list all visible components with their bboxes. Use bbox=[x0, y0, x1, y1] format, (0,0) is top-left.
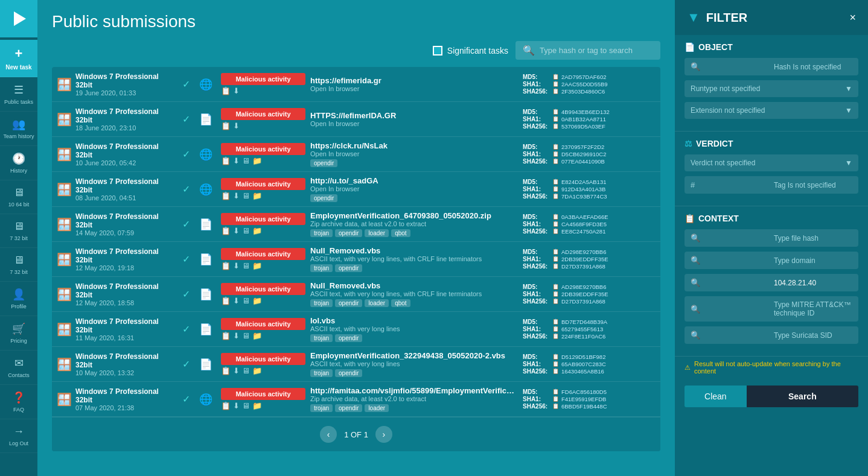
hash-input-row[interactable]: 🔍 Hash Is not specified bbox=[685, 58, 858, 75]
action-icon-3[interactable]: 🖥 bbox=[242, 331, 250, 340]
file-tag[interactable]: trojan bbox=[310, 264, 333, 272]
action-icon-2[interactable]: ⬇ bbox=[233, 226, 240, 235]
table-row[interactable]: 🪟 Windows 7 Professional 32bit 10 May 20… bbox=[52, 347, 660, 382]
copy-md5-icon[interactable]: 📋 bbox=[552, 284, 559, 290]
action-icon-2[interactable]: ⬇ bbox=[233, 156, 240, 165]
copy-md5-icon[interactable]: 📋 bbox=[552, 144, 559, 150]
copy-md5-icon[interactable]: 📋 bbox=[552, 74, 559, 80]
file-tag[interactable]: opendir bbox=[310, 159, 337, 167]
action-icon-4[interactable]: 📁 bbox=[252, 366, 262, 375]
copy-sha256-icon[interactable]: 📋 bbox=[552, 403, 559, 409]
runtype-dropdown[interactable]: Runtype not specified ▼ bbox=[685, 80, 858, 97]
action-icon-3[interactable]: 🖥 bbox=[242, 296, 250, 305]
action-icon-2[interactable]: ⬇ bbox=[233, 331, 240, 340]
action-icon-1[interactable]: 📋 bbox=[221, 296, 231, 305]
action-icon-1[interactable]: 📋 bbox=[221, 261, 231, 270]
file-tag[interactable]: trojan bbox=[310, 334, 333, 342]
sidebar-item-contacts[interactable]: ✉ Contacts bbox=[0, 351, 37, 385]
copy-sha1-icon[interactable]: 📋 bbox=[552, 221, 559, 227]
verdict-dropdown[interactable]: Verdict not specified ▼ bbox=[685, 154, 858, 171]
filter-close-button[interactable]: × bbox=[849, 11, 856, 24]
action-icon-4[interactable]: 📁 bbox=[252, 296, 262, 305]
file-tag[interactable]: opendir bbox=[335, 404, 362, 412]
file-tag[interactable]: qbot bbox=[391, 299, 410, 307]
action-icon-1[interactable]: 📋 bbox=[221, 191, 231, 200]
action-icon-4[interactable]: 📁 bbox=[252, 261, 262, 270]
table-row[interactable]: 🪟 Windows 7 Professional 32bit 11 May 20… bbox=[52, 312, 660, 347]
copy-sha1-icon[interactable]: 📋 bbox=[552, 396, 559, 402]
app-logo[interactable] bbox=[0, 0, 37, 37]
sidebar-item-10-64bit[interactable]: 🖥 10 64 bit bbox=[0, 180, 37, 214]
file-tag[interactable]: trojan bbox=[310, 299, 333, 307]
table-row[interactable]: 🪟 Windows 7 Professional 32bit 18 June 2… bbox=[52, 102, 660, 137]
filter-search-button[interactable]: Search bbox=[747, 386, 858, 407]
sidebar-item-new-task[interactable]: + New task bbox=[0, 40, 37, 77]
action-icon-4[interactable]: 📁 bbox=[252, 156, 262, 165]
next-page-button[interactable]: › bbox=[375, 426, 392, 443]
sidebar-item-7-32bit-2[interactable]: 🖥 7 32 bit bbox=[0, 248, 37, 282]
sidebar-item-history[interactable]: 🕐 History bbox=[0, 146, 37, 180]
filter-clean-button[interactable]: Clean bbox=[685, 386, 747, 407]
sidebar-item-7-32bit-1[interactable]: 🖥 7 32 bit bbox=[0, 214, 37, 248]
file-tag[interactable]: loader bbox=[365, 299, 389, 307]
table-row[interactable]: 🪟 Windows 7 Professional 32bit 08 June 2… bbox=[52, 172, 660, 207]
file-tag[interactable]: trojan bbox=[310, 369, 333, 377]
action-icon-3[interactable]: 🖥 bbox=[242, 156, 250, 165]
copy-md5-icon[interactable]: 📋 bbox=[552, 354, 559, 360]
copy-sha1-icon[interactable]: 📋 bbox=[552, 291, 559, 297]
search-input[interactable] bbox=[540, 46, 653, 55]
table-row[interactable]: 🪟 Windows 7 Professional 32bit 12 May 20… bbox=[52, 242, 660, 277]
copy-sha1-icon[interactable]: 📋 bbox=[552, 361, 559, 367]
sidebar-item-pricing[interactable]: 🛒 Pricing bbox=[0, 316, 37, 351]
action-icon-2[interactable]: ⬇ bbox=[233, 366, 240, 375]
file-hash-input-row[interactable]: 🔍 Type file hash bbox=[685, 229, 858, 247]
file-tag[interactable]: opendir bbox=[335, 299, 362, 307]
copy-sha1-icon[interactable]: 📋 bbox=[552, 81, 559, 87]
copy-sha256-icon[interactable]: 📋 bbox=[552, 333, 559, 339]
action-icon-4[interactable]: 📁 bbox=[252, 331, 262, 340]
sidebar-item-logout[interactable]: → Log Out bbox=[0, 419, 37, 453]
action-icon-2[interactable]: ⬇ bbox=[233, 86, 240, 95]
action-icon-2[interactable]: ⬇ bbox=[233, 296, 240, 305]
action-icon-1[interactable]: 📋 bbox=[221, 331, 231, 340]
file-tag[interactable]: opendir bbox=[335, 369, 362, 377]
table-row[interactable]: 🪟 Windows 7 Professional 32bit 12 May 20… bbox=[52, 277, 660, 312]
file-tag[interactable]: qbot bbox=[391, 229, 410, 237]
sidebar-item-team-history[interactable]: 👥 Team history bbox=[0, 112, 37, 146]
copy-md5-icon[interactable]: 📋 bbox=[552, 249, 559, 255]
action-icon-1[interactable]: 📋 bbox=[221, 401, 231, 410]
copy-sha1-icon[interactable]: 📋 bbox=[552, 116, 559, 122]
file-tag[interactable]: trojan bbox=[310, 229, 333, 237]
action-icon-3[interactable]: 🖥 bbox=[242, 366, 250, 375]
sidebar-item-profile[interactable]: 👤 Profile bbox=[0, 282, 37, 316]
action-icon-2[interactable]: ⬇ bbox=[233, 261, 240, 270]
action-icon-4[interactable]: 📁 bbox=[252, 226, 262, 235]
prev-page-button[interactable]: ‹ bbox=[320, 426, 337, 443]
file-tag[interactable]: opendir bbox=[335, 264, 362, 272]
action-icon-2[interactable]: ⬇ bbox=[233, 121, 240, 130]
action-icon-1[interactable]: 📋 bbox=[221, 121, 231, 130]
copy-sha256-icon[interactable]: 📋 bbox=[552, 158, 559, 164]
table-row[interactable]: 🪟 Windows 7 Professional 32bit 14 May 20… bbox=[52, 207, 660, 242]
action-icon-3[interactable]: 🖥 bbox=[242, 401, 250, 410]
table-row[interactable]: 🪟 Windows 7 Professional 32bit 19 June 2… bbox=[52, 67, 660, 102]
action-icon-2[interactable]: ⬇ bbox=[233, 191, 240, 200]
copy-sha1-icon[interactable]: 📋 bbox=[552, 151, 559, 157]
action-icon-3[interactable]: 🖥 bbox=[242, 226, 250, 235]
action-icon-1[interactable]: 📋 bbox=[221, 86, 231, 95]
action-icon-1[interactable]: 📋 bbox=[221, 226, 231, 235]
table-row[interactable]: 🪟 Windows 7 Professional 32bit 10 June 2… bbox=[52, 137, 660, 172]
action-icon-1[interactable]: 📋 bbox=[221, 156, 231, 165]
file-tag[interactable]: loader bbox=[365, 229, 389, 237]
mitre-input-row[interactable]: 🔍 Type MITRE ATT&CK™ technique ID bbox=[685, 296, 858, 322]
ip-input-row[interactable]: 🔍 104.28.21.40 bbox=[685, 274, 858, 291]
copy-md5-icon[interactable]: 📋 bbox=[552, 179, 559, 185]
file-tag[interactable]: opendir bbox=[335, 229, 362, 237]
copy-md5-icon[interactable]: 📋 bbox=[552, 214, 559, 220]
copy-sha1-icon[interactable]: 📋 bbox=[552, 326, 559, 332]
action-icon-3[interactable]: 🖥 bbox=[242, 191, 250, 200]
copy-sha256-icon[interactable]: 📋 bbox=[552, 123, 559, 129]
action-icon-4[interactable]: 📁 bbox=[252, 401, 262, 410]
domain-input-row[interactable]: 🔍 Type domain bbox=[685, 252, 858, 269]
copy-sha256-icon[interactable]: 📋 bbox=[552, 368, 559, 374]
